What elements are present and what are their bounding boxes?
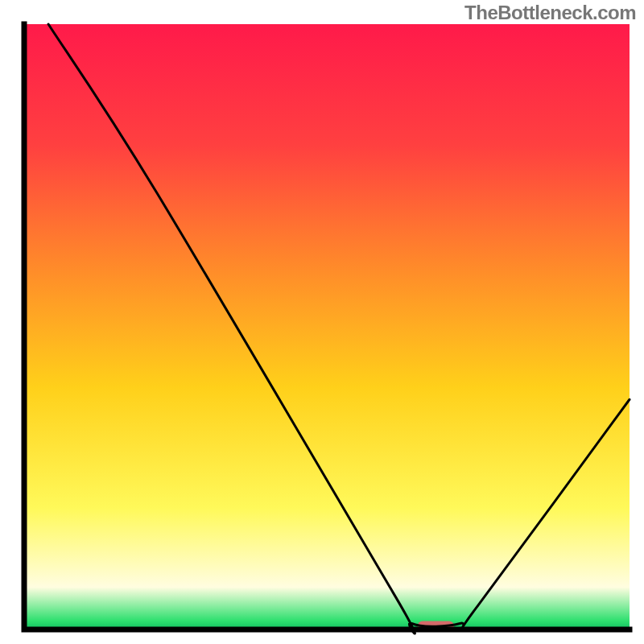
bottleneck-chart bbox=[0, 0, 644, 644]
gradient-background bbox=[24, 24, 630, 630]
chart-container: TheBottleneck.com bbox=[0, 0, 644, 644]
watermark-text: TheBottleneck.com bbox=[464, 2, 636, 24]
